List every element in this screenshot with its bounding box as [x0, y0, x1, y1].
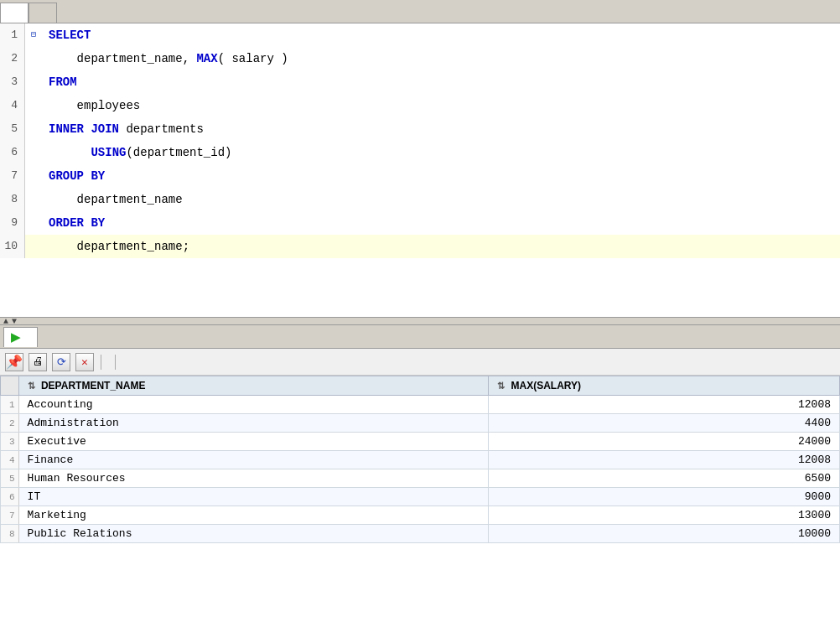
line-content[interactable]: department_name;	[42, 235, 189, 258]
cell-department-name: Executive	[18, 433, 489, 451]
editor-line: 4 employees	[0, 94, 840, 117]
line-content[interactable]: USING(department_id)	[42, 141, 231, 164]
editor-line: 3FROM	[0, 70, 840, 94]
plain-token: department_name,	[49, 52, 196, 65]
cell-max-salary: 13000	[489, 506, 840, 525]
line-number: 7	[0, 164, 25, 188]
print-button[interactable]: 🖨	[29, 353, 47, 371]
kw-token: INNER JOIN	[49, 122, 119, 136]
kw-token: FROM	[49, 75, 77, 89]
table-row[interactable]: 5Human Resources6500	[1, 469, 840, 488]
line-content[interactable]: department_name, MAX( salary )	[42, 47, 288, 70]
cell-max-salary: 9000	[489, 488, 840, 506]
table-row[interactable]: 7Marketing13000	[1, 506, 840, 525]
table-row[interactable]: 1Accounting12008	[1, 396, 840, 414]
line-number: 1	[0, 23, 25, 47]
splitter-arrow-down: ▼	[12, 317, 17, 326]
result-tab[interactable]: ▶	[3, 327, 38, 347]
line-content[interactable]: INNER JOIN departments	[42, 117, 204, 141]
table-row[interactable]: 6IT9000	[1, 488, 840, 506]
splitter-arrow-up: ▲	[3, 317, 8, 326]
col-label-department: DEPARTMENT_NAME	[41, 380, 145, 391]
line-content[interactable]: FROM	[42, 70, 77, 94]
cell-department-name: Marketing	[18, 506, 489, 525]
table-row[interactable]: 2Administration4400	[1, 414, 840, 433]
line-content[interactable]: employees	[42, 94, 140, 117]
col-header-department[interactable]: ⇅ DEPARTMENT_NAME	[18, 376, 489, 396]
row-number: 8	[1, 525, 19, 543]
editor-line: 5INNER JOIN departments	[0, 117, 840, 141]
cell-department-name: Administration	[18, 414, 489, 433]
cell-max-salary: 12008	[489, 396, 840, 414]
table-row[interactable]: 8Public Relations10000	[1, 525, 840, 543]
cell-max-salary: 10000	[489, 525, 840, 543]
pin-button[interactable]: 📌	[5, 353, 23, 371]
editor-line: 10 department_name;	[0, 235, 840, 258]
result-table: ⇅ DEPARTMENT_NAME ⇅ MAX(SALARY) 1Account…	[0, 376, 840, 543]
cell-department-name: Public Relations	[18, 525, 489, 543]
stop-button[interactable]: ✕	[75, 353, 94, 371]
cell-department-name: Finance	[18, 451, 489, 469]
cell-max-salary: 12008	[489, 451, 840, 469]
line-number: 5	[0, 117, 25, 141]
line-content[interactable]: GROUP BY	[42, 164, 105, 188]
col-label-salary: MAX(SALARY)	[511, 380, 581, 391]
plain-token: ( salary )	[218, 52, 288, 65]
tab-bar	[0, 0, 840, 23]
row-number: 5	[1, 469, 19, 488]
tab-query-builder[interactable]	[29, 3, 57, 23]
tab-worksheet[interactable]	[0, 3, 29, 23]
cell-department-name: Accounting	[18, 396, 489, 414]
sort-icon-dept: ⇅	[28, 381, 35, 391]
table-header-row: ⇅ DEPARTMENT_NAME ⇅ MAX(SALARY)	[1, 376, 840, 396]
toolbar-separator	[101, 355, 101, 370]
collapse-icon[interactable]: ⊟	[25, 23, 42, 47]
fn-token: MAX	[196, 52, 217, 65]
kw-token: GROUP BY	[49, 169, 105, 183]
result-toolbar: 📌 🖨 ⟳ ✕	[0, 349, 840, 376]
plain-token: department_name;	[49, 240, 189, 253]
editor-area[interactable]: 1⊟SELECT2 department_name, MAX( salary )…	[0, 23, 840, 317]
table-row[interactable]: 3Executive24000	[1, 433, 840, 451]
line-number: 3	[0, 70, 25, 94]
line-content[interactable]: department_name	[42, 188, 183, 211]
row-number: 6	[1, 488, 19, 506]
cell-max-salary: 6500	[489, 469, 840, 488]
splitter[interactable]: ▲ ▼	[0, 317, 840, 325]
refresh-button[interactable]: ⟳	[52, 353, 70, 371]
sort-icon-salary: ⇅	[497, 381, 505, 391]
cell-department-name: IT	[18, 488, 489, 506]
editor-lines: 1⊟SELECT2 department_name, MAX( salary )…	[0, 23, 840, 258]
line-number: 8	[0, 188, 25, 211]
editor-line: 7GROUP BY	[0, 164, 840, 188]
row-number: 7	[1, 506, 19, 525]
editor-line: 6 USING(department_id)	[0, 141, 840, 164]
row-number: 2	[1, 414, 19, 433]
kw-token: USING	[91, 146, 126, 159]
line-number: 6	[0, 141, 25, 164]
row-number: 1	[1, 396, 19, 414]
line-number: 9	[0, 211, 25, 235]
plain-token: departments	[119, 122, 204, 136]
result-table-container[interactable]: ⇅ DEPARTMENT_NAME ⇅ MAX(SALARY) 1Account…	[0, 376, 840, 617]
kw-token: ORDER BY	[49, 216, 105, 230]
table-row[interactable]: 4Finance12008	[1, 451, 840, 469]
cell-max-salary: 24000	[489, 433, 840, 451]
line-number: 2	[0, 47, 25, 70]
line-content[interactable]: ORDER BY	[42, 211, 105, 235]
cell-department-name: Human Resources	[18, 469, 489, 488]
plain-token: (department_id)	[126, 146, 231, 159]
editor-line: 1⊟SELECT	[0, 23, 840, 47]
line-content[interactable]: SELECT	[42, 23, 91, 47]
col-header-salary[interactable]: ⇅ MAX(SALARY)	[489, 376, 840, 396]
plain-token	[49, 146, 91, 159]
plain-token: department_name	[49, 193, 183, 206]
kw-token: SELECT	[49, 29, 91, 42]
row-number: 4	[1, 451, 19, 469]
result-tab-bar: ▶	[0, 325, 840, 349]
run-icon: ▶	[11, 330, 20, 344]
plain-token: employees	[49, 99, 140, 112]
editor-line: 2 department_name, MAX( salary )	[0, 47, 840, 70]
row-number: 3	[1, 433, 19, 451]
cell-max-salary: 4400	[489, 414, 840, 433]
